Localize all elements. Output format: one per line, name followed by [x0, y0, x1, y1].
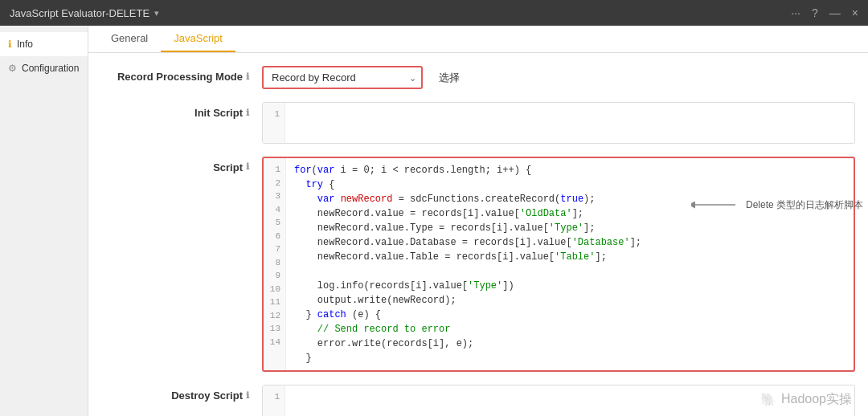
- form-content: Record Processing Mode ℹ Record by Recor…: [88, 53, 868, 416]
- destroy-script-row: Destroy Script ℹ 1: [88, 385, 868, 416]
- init-script-label: Init Script ℹ: [101, 102, 262, 119]
- info-icon: ℹ: [8, 39, 12, 50]
- title-dropdown-icon[interactable]: ▾: [154, 8, 159, 18]
- main-container: ℹ Info ⚙ Configuration General JavaScrip…: [0, 26, 868, 416]
- tab-bar: General JavaScript: [88, 26, 868, 53]
- watermark-text: Hadoop实操: [781, 391, 852, 408]
- watermark: 🐘 Hadoop实操: [760, 391, 852, 408]
- script-line-numbers: 1234567891011121314: [264, 158, 286, 370]
- close-icon[interactable]: ×: [852, 6, 858, 19]
- script-code-content[interactable]: for(var i = 0; i < records.length; i++) …: [286, 158, 854, 370]
- destroy-script-label: Destroy Script ℹ: [101, 385, 262, 402]
- sidebar-item-configuration[interactable]: ⚙ Configuration: [0, 56, 88, 80]
- script-label: Script ℹ: [101, 157, 262, 173]
- tab-javascript[interactable]: JavaScript: [161, 26, 235, 52]
- more-icon[interactable]: ···: [791, 6, 800, 19]
- script-editor[interactable]: 1234567891011121314 for(var i = 0; i < r…: [262, 157, 855, 372]
- record-mode-info-icon[interactable]: ℹ: [246, 71, 249, 82]
- script-row: Script ℹ 1234567891011121314 for(var i =…: [88, 157, 868, 372]
- sidebar-item-info-label: Info: [17, 39, 33, 50]
- sidebar: ℹ Info ⚙ Configuration: [0, 26, 88, 416]
- select-annotation: 选择: [439, 71, 460, 85]
- destroy-script-info-icon[interactable]: ℹ: [246, 390, 249, 401]
- record-processing-mode-label: Record Processing Mode ℹ: [101, 66, 262, 83]
- sidebar-item-info[interactable]: ℹ Info: [0, 32, 88, 56]
- init-script-row: Init Script ℹ 1: [88, 102, 868, 144]
- script-editor-wrapper: 1234567891011121314 for(var i = 0; i < r…: [262, 157, 855, 372]
- record-processing-mode-row: Record Processing Mode ℹ Record by Recor…: [88, 66, 868, 89]
- init-script-editor[interactable]: 1: [262, 102, 855, 144]
- minimize-icon[interactable]: —: [829, 6, 841, 19]
- gear-icon: ⚙: [8, 63, 17, 74]
- init-script-info-icon[interactable]: ℹ: [246, 108, 249, 118]
- init-script-line-numbers: 1: [263, 103, 285, 143]
- sidebar-item-configuration-label: Configuration: [22, 63, 79, 74]
- help-icon[interactable]: ?: [812, 6, 818, 19]
- script-info-icon[interactable]: ℹ: [246, 161, 249, 172]
- top-bar-left: JavaScript Evaluator-DELETE ▾: [10, 7, 159, 19]
- app-title: JavaScript Evaluator-DELETE: [10, 7, 149, 19]
- record-processing-mode-select-wrapper: Record by Record Batch ⌄: [262, 66, 423, 89]
- top-bar-actions: ··· ? — ×: [791, 6, 858, 19]
- top-bar: JavaScript Evaluator-DELETE ▾ ··· ? — ×: [0, 0, 868, 26]
- record-processing-mode-select[interactable]: Record by Record Batch: [262, 66, 423, 89]
- init-script-content[interactable]: [285, 103, 854, 143]
- content-area: General JavaScript Record Processing Mod…: [88, 26, 868, 416]
- watermark-icon: 🐘: [760, 392, 776, 407]
- tab-general[interactable]: General: [98, 26, 161, 52]
- destroy-script-line-numbers: 1: [263, 385, 285, 416]
